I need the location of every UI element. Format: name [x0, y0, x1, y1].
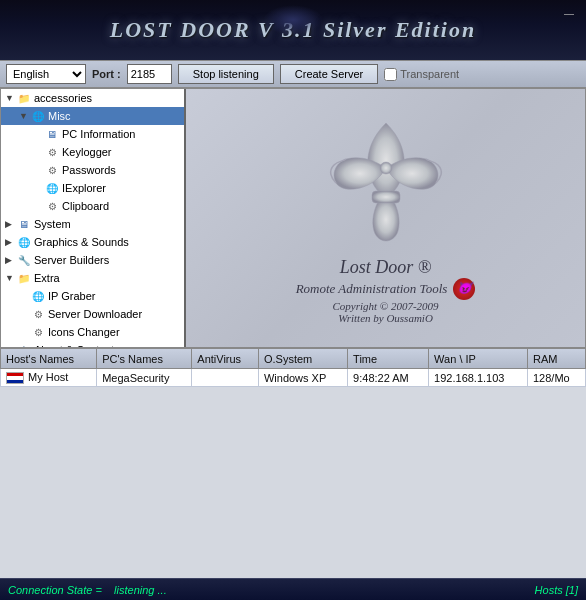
tree-item-label: IExplorer [62, 182, 106, 194]
globe-icon: 🌐 [44, 180, 60, 196]
svg-rect-0 [372, 191, 400, 203]
expand-icon[interactable]: ▶ [5, 219, 15, 229]
tree-item-label: IP Graber [48, 290, 96, 302]
tree-item-label: Clipboard [62, 200, 109, 212]
gear-icon: ⚙ [44, 144, 60, 160]
author-text: Written by OussamiO [296, 312, 476, 324]
toolbar: English Port : Stop listening Create Ser… [0, 60, 586, 88]
tree-item-clipboard[interactable]: ⚙Clipboard [1, 197, 184, 215]
port-label: Port : [92, 68, 121, 80]
stop-listening-button[interactable]: Stop listening [178, 64, 274, 84]
expand-icon[interactable]: ▶ [5, 345, 15, 347]
svg-point-1 [380, 162, 392, 174]
hosts-table: Host's NamesPC's NamesAntiVirusO.SystemT… [0, 348, 586, 387]
flag-icon [6, 372, 24, 384]
logo-text-block: Lost Door ® Romote Administration Tools … [296, 257, 476, 324]
status-bar: Connection State = listening ... Hosts [… [0, 578, 586, 600]
tree-item-label: Icons Changer [48, 326, 120, 338]
main-content: ▼📁accessories▼🌐Misc 🖥PC Information ⚙Key… [0, 88, 586, 578]
table-and-empty: Host's NamesPC's NamesAntiVirusO.SystemT… [0, 348, 586, 578]
tree-item-icons-changer[interactable]: ⚙Icons Changer [1, 323, 184, 341]
logo-panel: Lost Door ® Romote Administration Tools … [186, 89, 585, 347]
col-header-wan---ip: Wan \ IP [429, 349, 528, 369]
status-text: Connection State = listening ... [8, 584, 535, 596]
minimize-button[interactable]: — [564, 8, 574, 19]
fleur-de-lis [306, 113, 466, 253]
tree-item-label: About & Contact [34, 344, 114, 347]
gear-icon: ⚙ [44, 162, 60, 178]
devil-icon: 😈 [453, 278, 475, 300]
col-header-antivirus: AntiVirus [192, 349, 259, 369]
ip-cell: 192.168.1.103 [429, 369, 528, 387]
lost-door-title: Lost Door ® [296, 257, 476, 278]
connection-value: listening ... [114, 584, 167, 596]
col-header-pc-s-names: PC's Names [97, 349, 192, 369]
pc-name-cell: MegaSecurity [97, 369, 192, 387]
monitor-icon: 🖥 [44, 126, 60, 142]
port-input[interactable] [127, 64, 172, 84]
tree-item-label: Misc [48, 110, 71, 122]
gear-icon: ⚙ [30, 306, 46, 322]
language-select[interactable]: English [6, 64, 86, 84]
col-header-ram: RAM [527, 349, 585, 369]
rat-subtitle: Romote Administration Tools 😈 [296, 278, 476, 300]
tree-item-extra[interactable]: ▼📁Extra [1, 269, 184, 287]
table-header-row: Host's NamesPC's NamesAntiVirusO.SystemT… [1, 349, 586, 369]
tree-item-system[interactable]: ▶🖥System [1, 215, 184, 233]
transparent-checkbox-label: Transparent [384, 68, 459, 81]
tree-item-misc[interactable]: ▼🌐Misc [1, 107, 184, 125]
person-icon: ℹ [16, 342, 32, 347]
expand-icon[interactable]: ▶ [5, 237, 15, 247]
tree-item-accessories[interactable]: ▼📁accessories [1, 89, 184, 107]
globe-icon: 🌐 [30, 288, 46, 304]
col-header-host-s-names: Host's Names [1, 349, 97, 369]
empty-area [0, 387, 586, 578]
expand-icon[interactable]: ▼ [5, 273, 15, 283]
folder-icon: 📁 [16, 270, 32, 286]
create-server-button[interactable]: Create Server [280, 64, 378, 84]
tree-item-about[interactable]: ▶ℹAbout & Contact [1, 341, 184, 347]
tree-item-label: PC Information [62, 128, 135, 140]
tree-panel[interactable]: ▼📁accessories▼🌐Misc 🖥PC Information ⚙Key… [1, 89, 186, 347]
expand-icon[interactable]: ▼ [19, 111, 29, 121]
host-name-cell: My Host [1, 369, 97, 387]
tree-item-label: System [34, 218, 71, 230]
tools-icon: 🔧 [16, 252, 32, 268]
tree-item-label: Graphics & Sounds [34, 236, 129, 248]
tree-item-label: Server Builders [34, 254, 109, 266]
table-body: My HostMegaSecurityWindows XP9:48:22 AM1… [1, 369, 586, 387]
title-bar: LOST DOOR V 3.1 Silver Edition — [0, 0, 586, 60]
os-cell: Windows XP [258, 369, 347, 387]
tree-item-server-downloader[interactable]: ⚙Server Downloader [1, 305, 184, 323]
monitor-icon: 🖥 [16, 216, 32, 232]
tree-item-label: Passwords [62, 164, 116, 176]
expand-icon[interactable]: ▼ [5, 93, 15, 103]
globe-icon: 🌐 [30, 108, 46, 124]
folder-icon: 📁 [16, 90, 32, 106]
tree-item-server-builders[interactable]: ▶🔧Server Builders [1, 251, 184, 269]
main-area: ▼📁accessories▼🌐Misc 🖥PC Information ⚙Key… [0, 88, 586, 348]
expand-icon[interactable]: ▶ [5, 255, 15, 265]
copyright-text: Copyright © 2007-2009 [296, 300, 476, 312]
gear-icon: ⚙ [44, 198, 60, 214]
tree-item-keylogger[interactable]: ⚙Keylogger [1, 143, 184, 161]
tree-item-iexplorer[interactable]: 🌐IExplorer [1, 179, 184, 197]
app-title: LOST DOOR V 3.1 Silver Edition [110, 17, 476, 43]
antivirus-cell [192, 369, 259, 387]
table-row[interactable]: My HostMegaSecurityWindows XP9:48:22 AM1… [1, 369, 586, 387]
col-header-o-system: O.System [258, 349, 347, 369]
gear-icon: ⚙ [30, 324, 46, 340]
connection-label: Connection State = [8, 584, 102, 596]
tree-item-graphics[interactable]: ▶🌐Graphics & Sounds [1, 233, 184, 251]
tree-item-label: Server Downloader [48, 308, 142, 320]
tree-item-label: Extra [34, 272, 60, 284]
col-header-time: Time [348, 349, 429, 369]
ram-cell: 128/Mo [527, 369, 585, 387]
hosts-count: Hosts [1] [535, 584, 578, 596]
tree-item-ip-graber[interactable]: 🌐IP Graber [1, 287, 184, 305]
tree-item-pc-info[interactable]: 🖥PC Information [1, 125, 184, 143]
tree-item-label: Keylogger [62, 146, 112, 158]
tree-item-label: accessories [34, 92, 92, 104]
tree-item-passwords[interactable]: ⚙Passwords [1, 161, 184, 179]
transparent-checkbox[interactable] [384, 68, 397, 81]
